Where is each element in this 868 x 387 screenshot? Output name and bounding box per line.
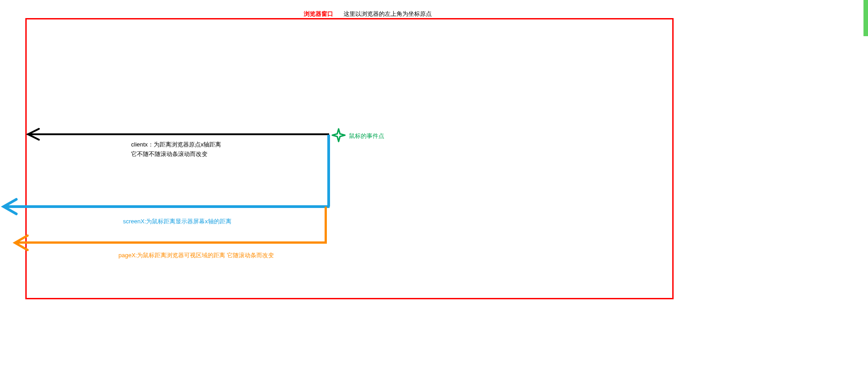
mouse-event-label: 鼠标的事件点 — [349, 132, 384, 140]
pagex-horizontal-line — [16, 241, 327, 244]
clientx-arrow-head-icon — [26, 128, 40, 142]
screenx-vertical-line — [327, 135, 330, 207]
diagram-canvas: 浏览器窗口 这里以浏览器的左上角为坐标原点 鼠标的事件点 clientx：为距离… — [0, 0, 868, 326]
pagex-vertical-line — [325, 207, 327, 243]
screenx-horizontal-line — [4, 205, 330, 208]
screenx-arrow-head-icon — [1, 198, 18, 217]
mouse-event-star-icon — [331, 128, 346, 144]
scroll-position-indicator — [863, 0, 868, 36]
pagex-label: pageX:为鼠标距离浏览器可视区域的距离 它随滚动条而改变 — [118, 251, 274, 260]
screenx-label: screenX:为鼠标距离显示器屏幕x轴的距离 — [123, 217, 231, 226]
clientx-label: clientx：为距离浏览器原点x轴距离 它不随不随滚动条滚动而改变 — [131, 140, 222, 159]
origin-note-label: 这里以浏览器的左上角为坐标原点 — [344, 10, 432, 18]
browser-window-label: 浏览器窗口 — [304, 10, 333, 18]
clientx-arrow-line — [27, 133, 329, 135]
diagram-viewport[interactable]: 浏览器窗口 这里以浏览器的左上角为坐标原点 鼠标的事件点 clientx：为距离… — [0, 0, 868, 387]
pagex-arrow-head-icon — [12, 234, 29, 253]
